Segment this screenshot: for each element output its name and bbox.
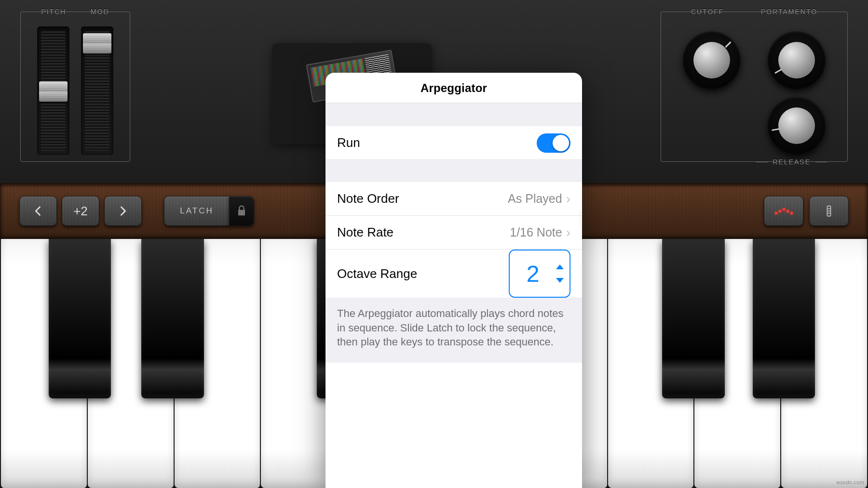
run-toggle[interactable]	[537, 133, 570, 153]
black-key[interactable]	[141, 239, 204, 398]
octave-value-button[interactable]: +2	[62, 196, 99, 226]
right-toolbar-group	[764, 196, 849, 226]
popover-title: Arpeggiator	[326, 73, 582, 103]
latch-group: LATCH	[164, 196, 254, 226]
note-order-label: Note Order	[337, 191, 508, 206]
pitch-slider[interactable]	[37, 26, 69, 156]
lock-icon	[235, 204, 248, 218]
release-label: RELEASE	[768, 158, 815, 166]
mod-slider-thumb[interactable]	[83, 33, 111, 53]
cutoff-label: CUTOFF	[691, 8, 724, 15]
knob-panel: CUTOFF PORTAMENTO RELEASE	[661, 12, 848, 162]
pitch-mod-panel: PITCH MOD	[20, 12, 130, 162]
black-key[interactable]	[662, 239, 725, 398]
chevron-right-icon: ›	[566, 225, 570, 240]
mod-label: MOD	[91, 8, 109, 15]
note-rate-row[interactable]: Note Rate 1/16 Note ›	[326, 216, 582, 250]
chevron-right-icon: ›	[566, 191, 570, 207]
note-order-row[interactable]: Note Order As Played ›	[326, 182, 582, 216]
pitch-mod-labels: PITCH MOD	[21, 8, 130, 15]
black-key[interactable]	[49, 239, 111, 398]
synth-background: PITCH MOD CUTOFF PORTAMENTO	[0, 0, 868, 488]
octave-range-label: Octave Range	[337, 266, 509, 281]
octave-range-value: 2	[510, 261, 556, 287]
toggle-thumb	[553, 135, 569, 151]
run-label: Run	[337, 135, 537, 150]
octave-up-button[interactable]	[104, 196, 142, 226]
arpeggiator-popover: Arpeggiator Run Note Order As Played › N…	[326, 73, 582, 488]
portamento-knob[interactable]	[768, 31, 826, 89]
mod-slider[interactable]	[81, 26, 113, 156]
watermark-text: wsxdn.com	[836, 479, 864, 485]
cutoff-knob[interactable]	[683, 31, 741, 89]
octave-range-row: Octave Range 2	[326, 250, 582, 298]
pitch-slider-thumb[interactable]	[39, 81, 68, 102]
portamento-label: PORTAMENTO	[761, 8, 817, 15]
keyboard-settings-button[interactable]	[809, 196, 849, 226]
black-key[interactable]	[753, 239, 815, 398]
popover-section-gap	[326, 160, 582, 182]
popover-section-gap	[326, 103, 582, 126]
octave-group: +2	[19, 196, 142, 226]
latch-lock-button[interactable]	[229, 196, 254, 226]
stepper-down-icon[interactable]	[556, 278, 564, 283]
keyboard-scale-icon	[822, 204, 836, 218]
knob-panel-labels: CUTOFF PORTAMENTO	[661, 8, 847, 15]
octave-range-stepper[interactable]: 2	[509, 250, 570, 298]
latch-button[interactable]: LATCH	[164, 196, 230, 226]
pitch-label: PITCH	[41, 8, 66, 15]
note-order-value: As Played	[508, 192, 562, 206]
run-row: Run	[326, 126, 582, 160]
popover-arrow	[581, 209, 582, 230]
arpeggiator-button[interactable]	[764, 196, 803, 226]
stepper-arrows	[556, 264, 570, 283]
chevron-left-icon	[31, 204, 45, 218]
popover-footer-text: The Arpeggiator automatically plays chor…	[326, 298, 582, 363]
arpeggiator-icon	[775, 208, 793, 214]
note-rate-label: Note Rate	[337, 225, 510, 240]
release-label-row: RELEASE	[661, 158, 847, 166]
octave-down-button[interactable]	[19, 196, 57, 226]
stepper-up-icon[interactable]	[556, 264, 564, 269]
chevron-right-icon	[116, 204, 130, 218]
release-knob[interactable]	[768, 97, 826, 155]
note-rate-value: 1/16 Note	[510, 225, 562, 239]
